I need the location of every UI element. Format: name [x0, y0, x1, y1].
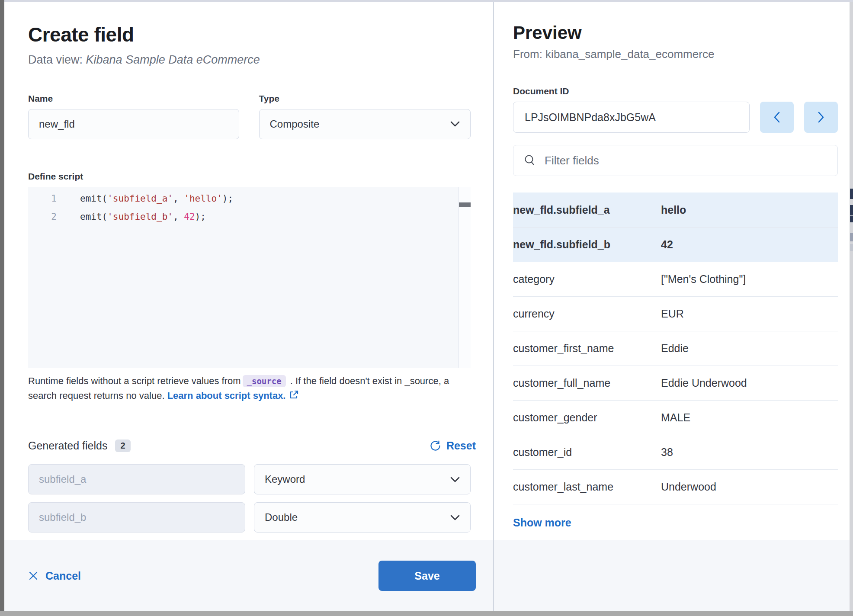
line-number: 1	[28, 189, 57, 208]
field-key: customer_last_name	[513, 481, 661, 493]
script-editor[interactable]: 1 emit('subfield_a', 'hello'); 2 emit('s…	[28, 187, 471, 368]
previous-document-button[interactable]	[760, 102, 794, 133]
preview-panel: Preview From: kibana_sample_data_ecommer…	[493, 2, 853, 611]
window-frame-left	[0, 0, 4, 616]
cancel-button[interactable]: Cancel	[28, 570, 81, 582]
table-row[interactable]: customer_first_name Eddie	[513, 331, 838, 366]
background-block	[850, 233, 853, 241]
table-row[interactable]: customer_id 38	[513, 435, 838, 469]
field-key: customer_gender	[513, 411, 661, 424]
generated-fields-count-badge: 2	[115, 440, 130, 452]
field-value: Underwood	[661, 481, 838, 493]
form-footer: Cancel Save	[28, 552, 476, 600]
filter-fields-input[interactable]	[545, 154, 828, 167]
next-document-button[interactable]	[804, 102, 838, 133]
data-view-name: Kibana Sample Data eCommerce	[86, 53, 260, 66]
field-key: category	[513, 273, 661, 286]
line-number: 2	[28, 208, 57, 226]
code-token: emit(	[80, 193, 107, 204]
document-id-input[interactable]	[513, 102, 750, 133]
field-key: customer_id	[513, 446, 661, 459]
script-help-text: Runtime fields without a script retrieve…	[28, 374, 471, 403]
generated-fields-label: Generated fields	[28, 440, 107, 452]
background-block	[850, 189, 853, 199]
field-key: customer_first_name	[513, 342, 661, 355]
code-line: 2 emit('subfield_b', 42);	[28, 208, 471, 226]
code-line: 1 emit('subfield_a', 'hello');	[28, 189, 471, 208]
field-value: EUR	[661, 308, 838, 320]
code-token: ,	[173, 212, 184, 222]
data-view-subtitle: Data view: Kibana Sample Data eCommerce	[28, 53, 471, 67]
generated-field-type-select[interactable]: Double	[254, 502, 471, 533]
source-code-badge: _source	[243, 375, 286, 387]
table-row[interactable]: category ["Men's Clothing"]	[513, 262, 838, 296]
preview-from: From: kibana_sample_data_ecommerce	[513, 48, 838, 61]
table-row[interactable]: customer_full_name Eddie Underwood	[513, 366, 838, 400]
table-row[interactable]: customer_gender MALE	[513, 400, 838, 435]
filter-fields-box	[513, 145, 838, 176]
field-key: new_fld.subfield_b	[513, 238, 661, 251]
reset-label: Reset	[446, 440, 476, 452]
script-syntax-link[interactable]: Learn about script syntax.	[167, 390, 286, 401]
table-row[interactable]: currency EUR	[513, 296, 838, 331]
name-label: Name	[28, 93, 239, 104]
generated-field-type-select[interactable]: Keyword	[254, 464, 471, 494]
create-field-flyout: Create field Data view: Kibana Sample Da…	[4, 2, 850, 611]
cancel-label: Cancel	[45, 570, 81, 582]
code-token: 'subfield_a'	[107, 193, 173, 204]
name-field-group: Name	[28, 93, 239, 139]
field-value: hello	[661, 204, 838, 216]
field-value: Eddie	[661, 342, 838, 355]
preview-title: Preview	[513, 22, 838, 43]
code-token: ,	[173, 193, 184, 204]
generated-field-type-value: Double	[265, 511, 298, 523]
refresh-icon	[430, 440, 441, 452]
panel-divider	[493, 2, 494, 611]
show-more-link[interactable]: Show more	[513, 517, 571, 529]
background-page-sliver	[850, 2, 853, 611]
name-input[interactable]	[28, 109, 239, 139]
type-select-value: Composite	[270, 118, 320, 130]
table-row[interactable]: new_fld.subfield_a hello	[513, 192, 838, 227]
chevron-left-icon	[773, 112, 780, 123]
window-frame-bottom	[0, 611, 853, 616]
code-token: 'subfield_b'	[107, 212, 173, 222]
code-token: emit(	[80, 212, 107, 222]
window-frame-top	[0, 0, 853, 2]
type-select[interactable]: Composite	[259, 109, 471, 139]
document-id-label: Document ID	[513, 86, 838, 96]
code-token: );	[222, 193, 233, 204]
preview-from-label: From:	[513, 48, 545, 61]
generated-field-row: subfield_b Double	[28, 502, 471, 533]
field-value: MALE	[661, 411, 838, 424]
editor-scrollbar-thumb[interactable]	[459, 202, 471, 207]
preview-from-index: kibana_sample_data_ecommerce	[545, 48, 714, 61]
field-value: 42	[661, 238, 838, 251]
help-text-before: Runtime fields without a script retrieve…	[28, 375, 241, 386]
document-id-row	[513, 102, 838, 133]
generated-fields-list: subfield_a Keyword subfield_b Double	[28, 464, 471, 533]
type-field-group: Type Composite	[259, 93, 471, 139]
chevron-down-icon	[450, 477, 460, 482]
field-value: Eddie Underwood	[661, 377, 838, 389]
reset-button[interactable]: Reset	[430, 440, 476, 452]
table-row[interactable]: customer_last_name Underwood	[513, 469, 838, 504]
type-label: Type	[259, 93, 471, 104]
chevron-right-icon	[818, 112, 824, 123]
generated-field-name: subfield_a	[39, 473, 86, 485]
data-view-label: Data view:	[28, 53, 86, 66]
table-row[interactable]: new_fld.subfield_b 42	[513, 227, 838, 262]
define-script-label: Define script	[28, 171, 471, 182]
page-title: Create field	[28, 23, 471, 46]
generated-field-name-input: subfield_a	[28, 464, 245, 494]
editor-scrollbar[interactable]	[459, 187, 471, 368]
background-block	[850, 216, 853, 222]
external-link-icon	[289, 390, 299, 400]
preview-fields-table: new_fld.subfield_a hello new_fld.subfiel…	[513, 192, 838, 504]
generated-field-row: subfield_a Keyword	[28, 464, 471, 494]
save-button[interactable]: Save	[378, 561, 476, 591]
code-token: 42	[184, 212, 195, 222]
field-key: currency	[513, 308, 661, 320]
chevron-down-icon	[450, 515, 460, 520]
generated-field-name-input: subfield_b	[28, 502, 245, 533]
